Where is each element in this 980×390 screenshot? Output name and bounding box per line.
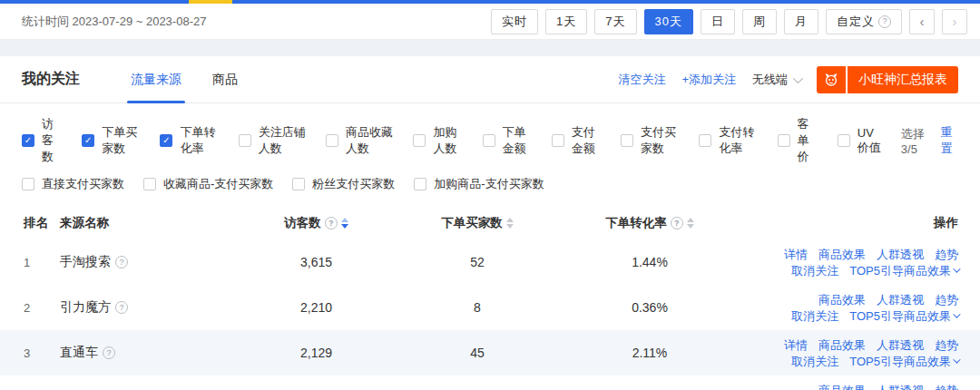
- trend-link[interactable]: 趋势: [935, 385, 958, 390]
- detail-link[interactable]: 详情: [784, 339, 808, 351]
- unfollow-link[interactable]: 取消关注: [791, 265, 838, 277]
- clear-follows-link[interactable]: 清空关注: [618, 72, 665, 88]
- header-order-conversion[interactable]: 下单转化率 ?: [605, 215, 694, 231]
- range-button-group: 实时 1天 7天 30天 日 周 月 自定义 ? ‹ ›: [491, 9, 967, 34]
- metric-checkbox-pay-conversion[interactable]: 支付转化率: [699, 124, 760, 157]
- next-period-button[interactable]: ›: [942, 9, 967, 34]
- metric-checkbox-visitors[interactable]: ✓ 访客数: [22, 116, 64, 165]
- wangshen-report-label[interactable]: 小旺神汇总报表: [848, 66, 958, 93]
- page-background-gap: [0, 40, 980, 56]
- metric-checkbox-avg-order-value[interactable]: 客单价: [778, 116, 820, 165]
- metric-checkbox-fav-item-pay-buyers[interactable]: 收藏商品-支付买家数: [143, 176, 273, 192]
- help-icon: ?: [325, 217, 338, 229]
- unfollow-link[interactable]: 取消关注: [791, 310, 838, 322]
- chevron-down-icon: [953, 310, 960, 317]
- checkbox[interactable]: ✓: [160, 134, 172, 147]
- metric-checkbox-item-favorites[interactable]: 商品收藏人数: [326, 124, 396, 157]
- metric-checkbox-pay-amount[interactable]: 支付金额: [552, 124, 603, 157]
- product-effect-link[interactable]: 商品效果: [818, 249, 866, 260]
- top5-label: TOP5引导商品效果: [849, 310, 951, 322]
- rank-cell: 3: [24, 346, 60, 360]
- checkbox[interactable]: [326, 134, 338, 147]
- help-icon: ?: [671, 217, 683, 229]
- audience-insight-link[interactable]: 人群透视: [877, 339, 924, 351]
- sort-order-buyers-control[interactable]: [506, 218, 514, 229]
- checkbox[interactable]: [22, 178, 34, 190]
- sort-asc-icon[interactable]: [341, 218, 348, 222]
- audience-insight-link[interactable]: 人群透视: [877, 249, 924, 260]
- tab-product[interactable]: 商品: [212, 56, 238, 103]
- reset-metrics-link[interactable]: 重置: [941, 124, 958, 157]
- sort-visitors-control[interactable]: [341, 218, 348, 229]
- add-follow-link[interactable]: +添加关注: [681, 72, 736, 88]
- metric-checkbox-fan-pay-buyers[interactable]: 粉丝支付买家数: [292, 176, 395, 192]
- range-month-button[interactable]: 月: [784, 9, 818, 34]
- metric-checkbox-cart-adders[interactable]: 加购人数: [413, 124, 465, 157]
- audience-insight-link[interactable]: 人群透视: [877, 294, 924, 306]
- checkbox[interactable]: [143, 178, 156, 190]
- prev-period-button[interactable]: ‹: [909, 9, 935, 34]
- source-name: 直通车: [60, 345, 98, 361]
- audience-insight-link[interactable]: 人群透视: [877, 385, 924, 390]
- order-buyers-cell: 52: [400, 255, 554, 269]
- checkbox[interactable]: [483, 134, 495, 147]
- metric-checkbox-shop-followers[interactable]: 关注店铺人数: [239, 124, 309, 157]
- checkbox[interactable]: [413, 134, 426, 147]
- metric-label: 粉丝支付买家数: [312, 176, 395, 192]
- range-label: 自定义: [837, 14, 875, 30]
- trend-link[interactable]: 趋势: [935, 249, 958, 260]
- metric-label: 收藏商品-支付买家数: [163, 176, 273, 192]
- unfollow-link[interactable]: 取消关注: [791, 356, 838, 367]
- detail-link[interactable]: 详情: [784, 249, 808, 260]
- metric-label: 加购人数: [433, 124, 465, 157]
- range-label: 实时: [502, 14, 527, 30]
- range-30day-button[interactable]: 30天: [644, 9, 693, 34]
- checkbox[interactable]: [414, 178, 426, 190]
- range-1day-button[interactable]: 1天: [545, 9, 587, 34]
- sort-desc-icon[interactable]: [687, 224, 694, 229]
- source-name: 引力魔方: [60, 299, 111, 316]
- trend-link[interactable]: 趋势: [935, 339, 958, 351]
- top5-guided-products-link[interactable]: TOP5引导商品效果: [849, 356, 958, 367]
- metric-label: 下单买家数: [102, 124, 142, 157]
- header-visitors[interactable]: 访客数 ?: [284, 215, 348, 231]
- range-custom-button[interactable]: 自定义 ?: [826, 9, 902, 34]
- sort-desc-icon[interactable]: [341, 224, 348, 229]
- sort-order-conversion-control[interactable]: [687, 218, 694, 229]
- checkbox[interactable]: [838, 134, 850, 147]
- product-effect-link[interactable]: 商品效果: [818, 339, 866, 351]
- metric-checkbox-pay-buyers[interactable]: 支付买家数: [621, 124, 681, 157]
- checkbox[interactable]: [621, 134, 633, 147]
- metric-checkbox-order-amount[interactable]: 下单金额: [483, 124, 534, 157]
- metric-checkbox-order-conversion[interactable]: ✓ 下单转化率: [160, 124, 220, 157]
- checkbox[interactable]: [699, 134, 711, 147]
- product-effect-link[interactable]: 商品效果: [818, 385, 866, 390]
- metric-checkbox-uv-value[interactable]: UV价值: [838, 126, 884, 156]
- trend-link[interactable]: 趋势: [935, 294, 958, 306]
- metric-checkbox-cart-item-pay-buyers[interactable]: 加购商品-支付买家数: [414, 176, 544, 192]
- sort-desc-icon[interactable]: [506, 224, 514, 229]
- top5-guided-products-link[interactable]: TOP5引导商品效果: [849, 265, 958, 277]
- checkbox[interactable]: [778, 134, 790, 147]
- metric-checkbox-direct-pay-buyers[interactable]: 直接支付买家数: [22, 176, 124, 192]
- header-order-buyers[interactable]: 下单买家数: [441, 215, 514, 231]
- tab-traffic-source[interactable]: 流量来源: [131, 56, 181, 103]
- range-7day-button[interactable]: 7天: [594, 9, 636, 34]
- checkbox[interactable]: ✓: [82, 134, 94, 147]
- top5-guided-products-link[interactable]: TOP5引导商品效果: [849, 310, 958, 322]
- product-effect-link[interactable]: 商品效果: [818, 294, 866, 306]
- metric-checkbox-order-buyers[interactable]: ✓ 下单买家数: [82, 124, 142, 157]
- metric-label: 访客数: [42, 116, 64, 165]
- terminal-dropdown[interactable]: 无线端: [752, 72, 800, 88]
- checkbox[interactable]: [239, 134, 251, 147]
- range-week-button[interactable]: 周: [742, 9, 777, 34]
- range-day-button[interactable]: 日: [701, 9, 735, 34]
- checkbox[interactable]: ✓: [22, 134, 34, 147]
- table-row: 4 手淘旺信 ? 341 106 31.09% 商品效果 人群透视 趋势 取消关…: [0, 375, 980, 390]
- checkbox[interactable]: [552, 134, 564, 147]
- sort-asc-icon[interactable]: [687, 218, 694, 222]
- sort-asc-icon[interactable]: [506, 218, 514, 222]
- range-realtime-button[interactable]: 实时: [491, 9, 538, 34]
- checkbox[interactable]: [292, 178, 305, 190]
- wangshen-report-button[interactable]: 小旺神汇总报表: [817, 66, 958, 93]
